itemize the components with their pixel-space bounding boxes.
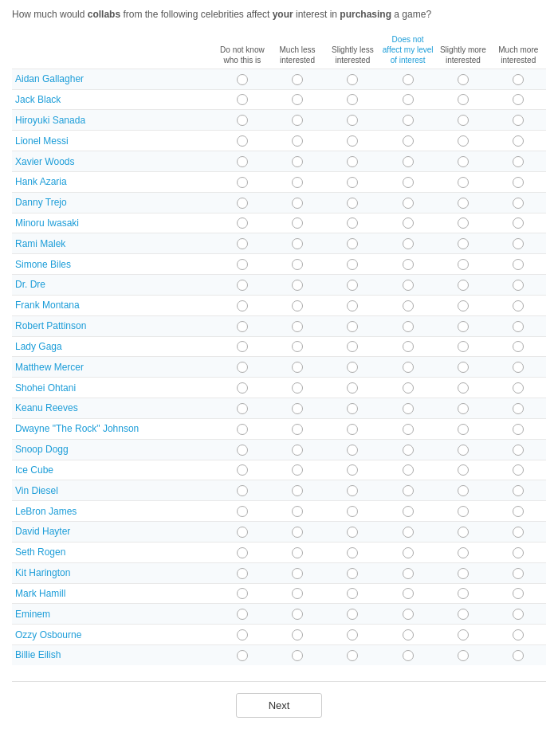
- radio-slightly-more[interactable]: [458, 609, 469, 620]
- radio-much-less[interactable]: [292, 424, 303, 435]
- radio-much-less[interactable]: [292, 464, 303, 476]
- radio-do-not-know[interactable]: [237, 94, 248, 105]
- radio-does-not-affect[interactable]: [403, 115, 414, 126]
- radio-do-not-know[interactable]: [237, 568, 248, 579]
- radio-slightly-more[interactable]: [458, 362, 469, 373]
- radio-much-more[interactable]: [513, 74, 524, 85]
- radio-slightly-more[interactable]: [458, 238, 469, 249]
- radio-slightly-more[interactable]: [458, 115, 469, 126]
- radio-slightly-less[interactable]: [347, 280, 358, 291]
- radio-much-more[interactable]: [513, 568, 524, 579]
- radio-slightly-less[interactable]: [347, 321, 358, 332]
- radio-do-not-know[interactable]: [237, 650, 248, 661]
- radio-do-not-know[interactable]: [237, 300, 248, 311]
- radio-does-not-affect[interactable]: [403, 650, 414, 661]
- celebrity-link[interactable]: Lionel Messi: [15, 135, 69, 147]
- radio-do-not-know[interactable]: [237, 382, 248, 394]
- radio-slightly-less[interactable]: [347, 74, 358, 85]
- radio-does-not-affect[interactable]: [403, 403, 414, 414]
- radio-does-not-affect[interactable]: [403, 238, 414, 249]
- radio-much-less[interactable]: [292, 403, 303, 414]
- radio-do-not-know[interactable]: [237, 177, 248, 188]
- celebrity-link[interactable]: Dwayne "The Rock" Johnson: [15, 423, 139, 434]
- radio-slightly-more[interactable]: [458, 94, 469, 105]
- radio-slightly-more[interactable]: [458, 588, 469, 599]
- radio-much-more[interactable]: [513, 115, 524, 126]
- radio-does-not-affect[interactable]: [403, 300, 414, 311]
- radio-does-not-affect[interactable]: [403, 568, 414, 579]
- radio-slightly-more[interactable]: [458, 629, 469, 640]
- radio-slightly-more[interactable]: [458, 198, 469, 209]
- radio-slightly-less[interactable]: [347, 588, 358, 599]
- radio-slightly-more[interactable]: [458, 321, 469, 332]
- radio-does-not-affect[interactable]: [403, 547, 414, 558]
- radio-slightly-more[interactable]: [458, 259, 469, 270]
- radio-slightly-less[interactable]: [347, 445, 358, 456]
- radio-do-not-know[interactable]: [237, 217, 248, 229]
- radio-slightly-less[interactable]: [347, 238, 358, 249]
- radio-much-more[interactable]: [513, 547, 524, 558]
- radio-much-less[interactable]: [292, 382, 303, 394]
- radio-do-not-know[interactable]: [237, 445, 248, 456]
- radio-much-less[interactable]: [292, 321, 303, 332]
- radio-slightly-less[interactable]: [347, 527, 358, 538]
- radio-do-not-know[interactable]: [237, 74, 248, 85]
- radio-slightly-less[interactable]: [347, 94, 358, 105]
- radio-slightly-more[interactable]: [458, 464, 469, 476]
- radio-much-more[interactable]: [513, 217, 524, 229]
- celebrity-link[interactable]: David Hayter: [15, 526, 70, 537]
- radio-does-not-affect[interactable]: [403, 464, 414, 476]
- radio-slightly-more[interactable]: [458, 156, 469, 167]
- celebrity-link[interactable]: Kit Harington: [15, 567, 70, 578]
- radio-much-less[interactable]: [292, 94, 303, 105]
- radio-much-less[interactable]: [292, 177, 303, 188]
- radio-does-not-affect[interactable]: [403, 198, 414, 209]
- celebrity-link[interactable]: Aidan Gallagher: [15, 73, 84, 84]
- radio-much-less[interactable]: [292, 609, 303, 620]
- celebrity-link[interactable]: Eminem: [15, 609, 50, 620]
- radio-do-not-know[interactable]: [237, 609, 248, 620]
- radio-do-not-know[interactable]: [237, 403, 248, 414]
- celebrity-link[interactable]: Minoru Iwasaki: [15, 217, 79, 229]
- radio-slightly-less[interactable]: [347, 198, 358, 209]
- radio-much-less[interactable]: [292, 527, 303, 538]
- radio-slightly-less[interactable]: [347, 609, 358, 620]
- celebrity-link[interactable]: Snoop Dogg: [15, 444, 69, 455]
- radio-much-more[interactable]: [513, 94, 524, 105]
- radio-does-not-affect[interactable]: [403, 485, 414, 496]
- celebrity-link[interactable]: Robert Pattinson: [15, 320, 86, 331]
- radio-does-not-affect[interactable]: [403, 506, 414, 517]
- radio-slightly-more[interactable]: [458, 135, 469, 147]
- radio-slightly-more[interactable]: [458, 527, 469, 538]
- radio-much-less[interactable]: [292, 259, 303, 270]
- radio-slightly-less[interactable]: [347, 362, 358, 373]
- radio-slightly-less[interactable]: [347, 382, 358, 394]
- next-button[interactable]: Next: [236, 693, 323, 718]
- radio-much-less[interactable]: [292, 485, 303, 496]
- radio-much-less[interactable]: [292, 217, 303, 229]
- radio-do-not-know[interactable]: [237, 362, 248, 373]
- celebrity-link[interactable]: Dr. Dre: [15, 279, 45, 290]
- radio-slightly-more[interactable]: [458, 403, 469, 414]
- radio-much-less[interactable]: [292, 568, 303, 579]
- radio-does-not-affect[interactable]: [403, 382, 414, 394]
- celebrity-link[interactable]: Mark Hamill: [15, 588, 65, 599]
- radio-slightly-less[interactable]: [347, 156, 358, 167]
- radio-much-more[interactable]: [513, 238, 524, 249]
- radio-much-less[interactable]: [292, 300, 303, 311]
- radio-do-not-know[interactable]: [237, 259, 248, 270]
- radio-slightly-more[interactable]: [458, 300, 469, 311]
- celebrity-link[interactable]: Seth Rogen: [15, 546, 65, 558]
- radio-slightly-more[interactable]: [458, 74, 469, 85]
- radio-much-more[interactable]: [513, 259, 524, 270]
- celebrity-link[interactable]: Ozzy Osbourne: [15, 629, 81, 640]
- radio-much-more[interactable]: [513, 321, 524, 332]
- radio-much-more[interactable]: [513, 382, 524, 394]
- radio-do-not-know[interactable]: [237, 135, 248, 147]
- radio-much-more[interactable]: [513, 280, 524, 291]
- radio-does-not-affect[interactable]: [403, 321, 414, 332]
- celebrity-link[interactable]: LeBron James: [15, 506, 77, 517]
- celebrity-link[interactable]: Hiroyuki Sanada: [15, 115, 85, 126]
- radio-much-more[interactable]: [513, 424, 524, 435]
- radio-much-more[interactable]: [513, 485, 524, 496]
